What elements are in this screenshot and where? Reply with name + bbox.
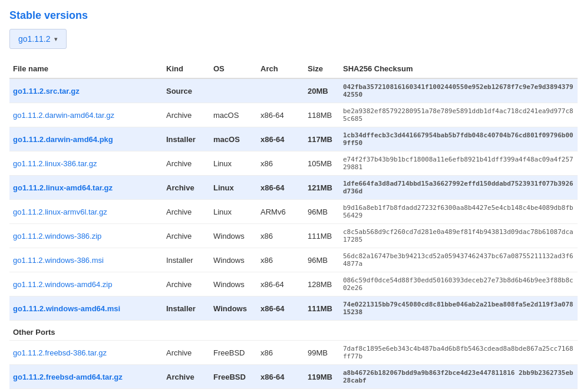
table-row: go1.11.2.windows-386.msiInstallerWindows… — [9, 248, 578, 272]
file-checksum: a8b46726b182067bdd9a9b863f2bce4d23e44781… — [339, 365, 578, 389]
file-link[interactable]: go1.11.2.windows-amd64.msi — [13, 304, 120, 313]
table-row: go1.11.2.freebsd-386.tar.gzArchiveFreeBS… — [9, 341, 578, 365]
file-link[interactable]: go1.11.2.darwin-amd64.pkg — [13, 135, 113, 144]
version-dropdown[interactable]: go1.11.2 ▾ — [9, 29, 67, 49]
file-size: 96MB — [304, 200, 339, 224]
file-size: 128MB — [304, 272, 339, 297]
file-link[interactable]: go1.11.2.darwin-amd64.tar.gz — [13, 111, 114, 120]
file-arch: x86-64 — [257, 176, 304, 200]
file-arch: ARMv8 — [257, 389, 304, 393]
file-kind: Archive — [163, 272, 210, 297]
section-header-label: Other Ports — [9, 321, 578, 341]
file-os: Linux — [210, 151, 257, 176]
file-checksum: 56dc82a16747be3b94213cd52a059437462437bc… — [339, 248, 578, 272]
file-kind: Archive — [163, 389, 210, 393]
file-checksum: 98a42b9b8d3bacbcc6351a1e59af52eff582d0bc… — [339, 389, 578, 393]
file-checksum: 74e0221315bb79c45080cd8c81bbe046ab2a21be… — [339, 297, 578, 321]
file-os: Linux — [210, 176, 257, 200]
file-link[interactable]: go1.11.2.linux-amd64.tar.gz — [13, 183, 113, 192]
file-os: Linux — [210, 200, 257, 224]
file-arch: x86 — [257, 224, 304, 248]
file-arch: x86 — [257, 248, 304, 272]
file-arch: ARMv6 — [257, 200, 304, 224]
table-row: go1.11.2.freebsd-amd64.tar.gzArchiveFree… — [9, 365, 578, 389]
file-checksum: b9d16a8eb1f7b8fdadd27232f6300aa8b4427e5e… — [339, 200, 578, 224]
file-link[interactable]: go1.11.2.freebsd-amd64.tar.gz — [13, 373, 123, 381]
file-size: 111MB — [304, 297, 339, 321]
file-kind: Archive — [163, 176, 210, 200]
table-row: go1.11.2.windows-amd64.msiInstallerWindo… — [9, 297, 578, 321]
file-os: Windows — [210, 272, 257, 297]
file-os: FreeBSD — [210, 341, 257, 365]
col-header-kind: Kind — [163, 60, 210, 78]
file-kind: Archive — [163, 151, 210, 176]
file-kind: Archive — [163, 341, 210, 365]
file-link[interactable]: go1.11.2.linux-armv6l.tar.gz — [13, 207, 107, 216]
table-row: go1.11.2.linux-arm64.tar.gzArchiveLinuxA… — [9, 389, 578, 393]
file-os: Linux — [210, 389, 257, 393]
downloads-table: File name Kind OS Arch Size SHA256 Check… — [9, 60, 578, 392]
file-kind: Installer — [163, 297, 210, 321]
file-checksum: 1dfe664fa3d8ad714bbd15a36627992effd150dd… — [339, 176, 578, 200]
section-header-other-ports: Other Ports — [9, 321, 578, 341]
file-size: 121MB — [304, 176, 339, 200]
file-kind: Installer — [163, 127, 210, 151]
file-size: 105MB — [304, 151, 339, 176]
file-arch: x86-64 — [257, 103, 304, 127]
page-title: Stable versions — [9, 9, 578, 22]
file-arch: x86 — [257, 151, 304, 176]
file-link[interactable]: go1.11.2.linux-386.tar.gz — [13, 159, 97, 168]
table-row: go1.11.2.darwin-amd64.tar.gzArchivemacOS… — [9, 103, 578, 127]
file-size: 95MB — [304, 389, 339, 393]
file-kind: Installer — [163, 248, 210, 272]
file-link[interactable]: go1.11.2.windows-386.zip — [13, 232, 101, 241]
col-header-sha: SHA256 Checksum — [339, 60, 578, 78]
file-os: Windows — [210, 224, 257, 248]
table-row: go1.11.2.windows-amd64.zipArchiveWindows… — [9, 272, 578, 297]
table-header-row: File name Kind OS Arch Size SHA256 Check… — [9, 60, 578, 78]
col-header-arch: Arch — [257, 60, 304, 78]
file-os: FreeBSD — [210, 365, 257, 389]
file-link[interactable]: go1.11.2.windows-386.msi — [13, 256, 104, 265]
file-size: 20MB — [304, 78, 339, 103]
file-link[interactable]: go1.11.2.src.tar.gz — [13, 87, 80, 95]
file-size: 96MB — [304, 248, 339, 272]
version-label: go1.11.2 — [18, 34, 51, 44]
file-os: Windows — [210, 297, 257, 321]
file-checksum: be2a9382ef85792280951a78e789e5891ddb1df4… — [339, 103, 578, 127]
col-header-name: File name — [9, 60, 163, 78]
file-checksum: 1cb34dffecb3c3d441667954bab5b7fdb048c407… — [339, 127, 578, 151]
file-os: Windows — [210, 248, 257, 272]
file-kind: Archive — [163, 365, 210, 389]
file-arch — [257, 78, 304, 103]
file-checksum: 086c59df0dce54d88f30edd50160393deceb27e7… — [339, 272, 578, 297]
table-row: go1.11.2.src.tar.gzSource20MB042fba35721… — [9, 78, 578, 103]
file-size: 111MB — [304, 224, 339, 248]
table-row: go1.11.2.linux-amd64.tar.gzArchiveLinuxx… — [9, 176, 578, 200]
file-kind: Archive — [163, 200, 210, 224]
file-link[interactable]: go1.11.2.windows-amd64.zip — [13, 280, 112, 289]
file-checksum: 7daf8c1895e6eb343c4b487ba4d6b8fb5463cdea… — [339, 341, 578, 365]
col-header-os: OS — [210, 60, 257, 78]
file-arch: x86-64 — [257, 127, 304, 151]
file-checksum: e74f2f37b43b9b1bcf18008a11e6efb8921b41df… — [339, 151, 578, 176]
chevron-down-icon: ▾ — [54, 35, 58, 43]
file-size: 118MB — [304, 103, 339, 127]
file-size: 117MB — [304, 127, 339, 151]
table-row: go1.11.2.linux-armv6l.tar.gzArchiveLinux… — [9, 200, 578, 224]
file-size: 99MB — [304, 341, 339, 365]
file-kind: Archive — [163, 224, 210, 248]
file-checksum: 042fba357210816160341f1002440550e952eb12… — [339, 78, 578, 103]
file-link[interactable]: go1.11.2.freebsd-386.tar.gz — [13, 348, 107, 357]
file-kind: Source — [163, 78, 210, 103]
file-arch: x86-64 — [257, 297, 304, 321]
file-arch: x86 — [257, 341, 304, 365]
file-os: macOS — [210, 103, 257, 127]
file-size: 119MB — [304, 365, 339, 389]
file-arch: x86-64 — [257, 272, 304, 297]
file-arch: x86-64 — [257, 365, 304, 389]
col-header-size: Size — [304, 60, 339, 78]
file-os: macOS — [210, 127, 257, 151]
file-kind: Archive — [163, 103, 210, 127]
file-os — [210, 78, 257, 103]
